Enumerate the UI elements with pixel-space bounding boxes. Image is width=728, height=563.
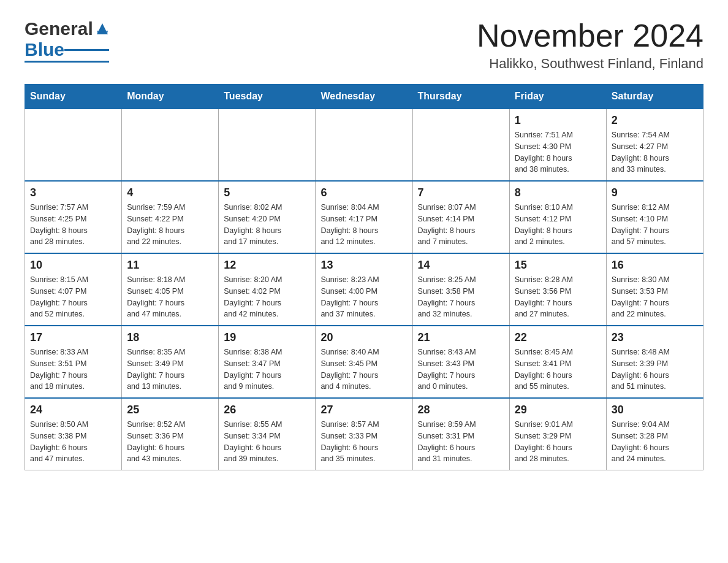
month-title: November 2024 <box>477 18 703 53</box>
calendar-cell: 21Sunrise: 8:43 AMSunset: 3:43 PMDayligh… <box>412 326 509 398</box>
day-info: Sunrise: 8:59 AMSunset: 3:31 PMDaylight:… <box>418 419 504 465</box>
day-number: 6 <box>320 186 407 199</box>
calendar-cell: 8Sunrise: 8:10 AMSunset: 4:12 PMDaylight… <box>509 181 606 253</box>
svg-marker-0 <box>97 23 108 34</box>
day-info: Sunrise: 8:25 AMSunset: 3:58 PMDaylight:… <box>418 274 504 320</box>
logo: General Blue <box>25 18 109 63</box>
day-number: 17 <box>30 331 116 344</box>
day-info: Sunrise: 8:40 AMSunset: 3:45 PMDaylight:… <box>320 347 407 393</box>
day-number: 20 <box>320 331 407 344</box>
logo-row2: Blue <box>25 39 109 60</box>
day-number: 14 <box>418 259 504 272</box>
day-info: Sunrise: 8:57 AMSunset: 3:33 PMDaylight:… <box>320 419 407 465</box>
day-number: 7 <box>418 186 504 199</box>
calendar-week-2: 3Sunrise: 7:57 AMSunset: 4:25 PMDaylight… <box>25 181 703 253</box>
day-info: Sunrise: 8:02 AMSunset: 4:20 PMDaylight:… <box>224 202 310 248</box>
calendar-week-5: 24Sunrise: 8:50 AMSunset: 3:38 PMDayligh… <box>25 398 703 470</box>
day-info: Sunrise: 7:54 AMSunset: 4:27 PMDaylight:… <box>612 129 698 175</box>
day-info: Sunrise: 8:35 AMSunset: 3:49 PMDaylight:… <box>127 347 213 393</box>
logo-row1: General <box>25 18 109 39</box>
col-header-tuesday: Tuesday <box>219 85 316 109</box>
calendar-cell <box>219 109 316 181</box>
day-number: 22 <box>515 331 601 344</box>
day-info: Sunrise: 8:15 AMSunset: 4:07 PMDaylight:… <box>30 274 116 320</box>
col-header-friday: Friday <box>509 85 606 109</box>
calendar-cell: 18Sunrise: 8:35 AMSunset: 3:49 PMDayligh… <box>122 326 219 398</box>
calendar-cell: 6Sunrise: 8:04 AMSunset: 4:17 PMDaylight… <box>316 181 412 253</box>
calendar-cell: 2Sunrise: 7:54 AMSunset: 4:27 PMDaylight… <box>606 109 703 181</box>
col-header-thursday: Thursday <box>412 85 509 109</box>
day-number: 21 <box>418 331 504 344</box>
calendar-cell: 22Sunrise: 8:45 AMSunset: 3:41 PMDayligh… <box>509 326 606 398</box>
calendar-cell <box>316 109 412 181</box>
calendar-cell: 29Sunrise: 9:01 AMSunset: 3:29 PMDayligh… <box>509 398 606 470</box>
day-number: 10 <box>30 259 116 272</box>
day-number: 18 <box>127 331 213 344</box>
day-info: Sunrise: 8:45 AMSunset: 3:41 PMDaylight:… <box>515 347 601 393</box>
day-number: 13 <box>320 259 407 272</box>
calendar-cell: 25Sunrise: 8:52 AMSunset: 3:36 PMDayligh… <box>122 398 219 470</box>
calendar-cell: 28Sunrise: 8:59 AMSunset: 3:31 PMDayligh… <box>412 398 509 470</box>
calendar-cell: 27Sunrise: 8:57 AMSunset: 3:33 PMDayligh… <box>316 398 412 470</box>
day-number: 23 <box>612 331 698 344</box>
calendar-cell: 3Sunrise: 7:57 AMSunset: 4:25 PMDaylight… <box>25 181 122 253</box>
day-info: Sunrise: 8:48 AMSunset: 3:39 PMDaylight:… <box>612 347 698 393</box>
calendar-cell: 11Sunrise: 8:18 AMSunset: 4:05 PMDayligh… <box>122 253 219 326</box>
calendar-cell: 19Sunrise: 8:38 AMSunset: 3:47 PMDayligh… <box>219 326 316 398</box>
calendar-cell: 7Sunrise: 8:07 AMSunset: 4:14 PMDaylight… <box>412 181 509 253</box>
day-number: 16 <box>612 259 698 272</box>
day-info: Sunrise: 7:57 AMSunset: 4:25 PMDaylight:… <box>30 202 116 248</box>
day-info: Sunrise: 8:50 AMSunset: 3:38 PMDaylight:… <box>30 419 116 465</box>
calendar-cell: 14Sunrise: 8:25 AMSunset: 3:58 PMDayligh… <box>412 253 509 326</box>
col-header-monday: Monday <box>122 85 219 109</box>
calendar-cell: 9Sunrise: 8:12 AMSunset: 4:10 PMDaylight… <box>606 181 703 253</box>
logo-blue: Blue <box>25 39 64 60</box>
day-info: Sunrise: 8:55 AMSunset: 3:34 PMDaylight:… <box>224 419 310 465</box>
day-number: 5 <box>224 186 310 199</box>
day-info: Sunrise: 8:07 AMSunset: 4:14 PMDaylight:… <box>418 202 504 248</box>
calendar-cell: 30Sunrise: 9:04 AMSunset: 3:28 PMDayligh… <box>606 398 703 470</box>
day-number: 24 <box>30 404 116 416</box>
svg-rect-1 <box>97 31 108 33</box>
day-info: Sunrise: 7:51 AMSunset: 4:30 PMDaylight:… <box>515 129 601 175</box>
day-info: Sunrise: 8:23 AMSunset: 4:00 PMDaylight:… <box>320 274 407 320</box>
day-number: 4 <box>127 186 213 199</box>
day-number: 27 <box>320 404 407 416</box>
day-info: Sunrise: 9:01 AMSunset: 3:29 PMDaylight:… <box>515 419 601 465</box>
day-number: 11 <box>127 259 213 272</box>
calendar-cell: 26Sunrise: 8:55 AMSunset: 3:34 PMDayligh… <box>219 398 316 470</box>
day-number: 28 <box>418 404 504 416</box>
calendar-cell: 23Sunrise: 8:48 AMSunset: 3:39 PMDayligh… <box>606 326 703 398</box>
day-number: 29 <box>515 404 601 416</box>
day-number: 30 <box>612 404 698 416</box>
calendar-cell: 12Sunrise: 8:20 AMSunset: 4:02 PMDayligh… <box>219 253 316 326</box>
day-number: 19 <box>224 331 310 344</box>
page-header: General Blue November 2024 Halikko, Sout… <box>25 18 703 72</box>
calendar-week-1: 1Sunrise: 7:51 AMSunset: 4:30 PMDaylight… <box>25 109 703 181</box>
day-number: 1 <box>515 114 601 127</box>
calendar-cell: 1Sunrise: 7:51 AMSunset: 4:30 PMDaylight… <box>509 109 606 181</box>
col-header-saturday: Saturday <box>606 85 703 109</box>
col-header-wednesday: Wednesday <box>316 85 412 109</box>
calendar-cell <box>122 109 219 181</box>
logo-text: General Blue <box>25 18 109 63</box>
day-info: Sunrise: 8:12 AMSunset: 4:10 PMDaylight:… <box>612 202 698 248</box>
day-info: Sunrise: 8:28 AMSunset: 3:56 PMDaylight:… <box>515 274 601 320</box>
day-info: Sunrise: 8:52 AMSunset: 3:36 PMDaylight:… <box>127 419 213 465</box>
day-info: Sunrise: 9:04 AMSunset: 3:28 PMDaylight:… <box>612 419 698 465</box>
calendar-header-row: SundayMondayTuesdayWednesdayThursdayFrid… <box>25 85 703 109</box>
calendar-cell: 16Sunrise: 8:30 AMSunset: 3:53 PMDayligh… <box>606 253 703 326</box>
title-block: November 2024 Halikko, Southwest Finland… <box>477 18 703 72</box>
calendar-cell: 4Sunrise: 7:59 AMSunset: 4:22 PMDaylight… <box>122 181 219 253</box>
calendar-table: SundayMondayTuesdayWednesdayThursdayFrid… <box>25 84 703 470</box>
day-info: Sunrise: 8:38 AMSunset: 3:47 PMDaylight:… <box>224 347 310 393</box>
day-info: Sunrise: 8:18 AMSunset: 4:05 PMDaylight:… <box>127 274 213 320</box>
day-number: 26 <box>224 404 310 416</box>
calendar-cell: 24Sunrise: 8:50 AMSunset: 3:38 PMDayligh… <box>25 398 122 470</box>
day-number: 3 <box>30 186 116 199</box>
day-number: 15 <box>515 259 601 272</box>
day-info: Sunrise: 7:59 AMSunset: 4:22 PMDaylight:… <box>127 202 213 248</box>
calendar-cell: 17Sunrise: 8:33 AMSunset: 3:51 PMDayligh… <box>25 326 122 398</box>
location-title: Halikko, Southwest Finland, Finland <box>477 56 703 72</box>
col-header-sunday: Sunday <box>25 85 122 109</box>
